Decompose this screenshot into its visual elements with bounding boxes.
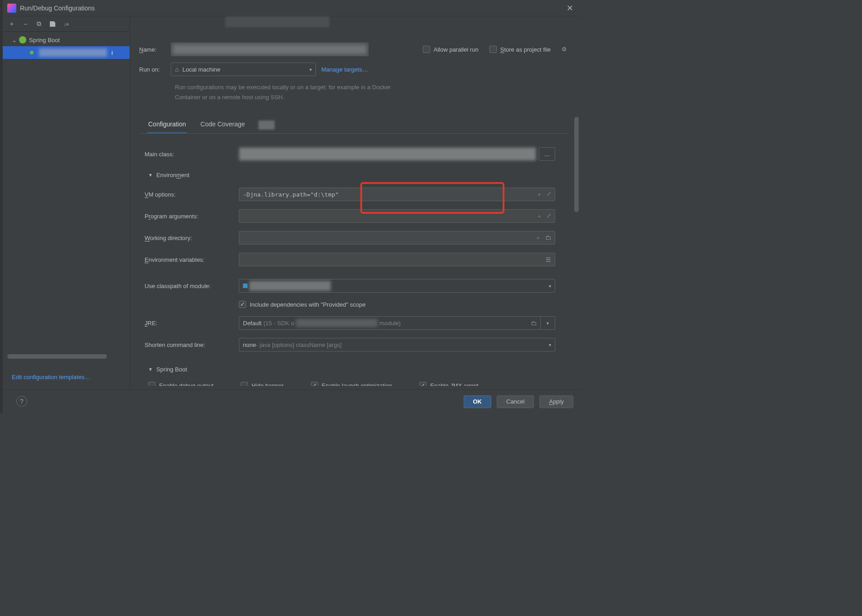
add-icon[interactable]: ＋ [8, 20, 15, 28]
checkbox-icon [241, 382, 248, 386]
program-args-input[interactable]: ＋ ⤢ [239, 209, 555, 223]
env-vars-input[interactable]: ☰ [239, 253, 555, 266]
environment-expander[interactable]: ▼ Environment [148, 172, 555, 178]
tab-configuration[interactable]: Configuration [147, 117, 187, 134]
cancel-button[interactable]: Cancel [497, 395, 534, 408]
env-vars-label: Environment variables: [145, 256, 239, 263]
copy-icon[interactable]: ⧉ [35, 20, 43, 28]
edit-templates-link[interactable]: Edit configuration templates… [12, 374, 90, 380]
shorten-dropdown[interactable]: none - java [options] className [args] ▾ [239, 338, 555, 351]
hide-banner-checkbox[interactable]: Hide banner [241, 382, 284, 386]
classpath-dropdown[interactable]: ▾ [239, 279, 555, 293]
expand-icon[interactable]: ⤢ [547, 191, 551, 198]
tree-node-selected[interactable]: i [3, 46, 130, 59]
name-input[interactable] [171, 43, 368, 56]
dialog-footer: OK Cancel Apply [3, 390, 581, 413]
classpath-label: Use classpath of module: [145, 283, 239, 289]
expand-icon[interactable]: ⤢ [547, 212, 551, 220]
checkbox-checked-icon [311, 382, 318, 386]
enable-launch-opt-checkbox[interactable]: Enable launch optimization [311, 382, 392, 386]
springboot-expander[interactable]: ▼ Spring Boot [148, 366, 555, 373]
browse-main-class-button[interactable]: … [539, 147, 555, 161]
manage-targets-link[interactable]: Manage targets… [321, 66, 368, 73]
list-icon[interactable]: ☰ [546, 256, 551, 263]
gear-icon[interactable]: ⚙ [562, 46, 569, 53]
apply-button[interactable]: Apply [539, 395, 573, 408]
redacted-jre [296, 319, 378, 327]
chevron-down-icon: ▾ [549, 342, 551, 347]
titlebar: Run/Debug Configurations ✕ [3, 0, 581, 16]
working-dir-input[interactable]: ＋ 🗀 [239, 231, 555, 245]
name-label: Name: [139, 46, 165, 53]
redacted-module [249, 281, 331, 291]
include-provided-label: Include dependencies with "Provided" sco… [250, 301, 366, 308]
tree-label: Spring Boot [29, 37, 60, 43]
working-dir-label: Working directory: [145, 235, 239, 241]
scrollbar-horizontal[interactable] [7, 354, 107, 359]
home-icon: ⌂ [175, 66, 179, 73]
include-provided-checkbox[interactable]: Include dependencies with "Provided" sco… [239, 301, 366, 308]
run-on-description: Run configurations may be executed local… [139, 82, 393, 102]
allow-parallel-label: Allow parallel run [434, 46, 479, 53]
tab-bar: Configuration Code Coverage [139, 117, 569, 134]
chevron-down-icon: ▾ [310, 67, 312, 72]
save-icon[interactable] [49, 20, 56, 28]
jre-input[interactable]: Default (15 - SDK o module) 🗀 [239, 316, 541, 330]
allow-parallel-checkbox[interactable]: Allow parallel run [423, 46, 479, 53]
store-project-label: Store as project file [500, 46, 551, 53]
checkbox-icon [489, 46, 497, 53]
app-icon [7, 4, 16, 13]
status-dot-icon [30, 51, 34, 54]
plus-icon[interactable]: ＋ [537, 191, 542, 198]
checkbox-checked-icon [419, 382, 426, 386]
redacted-tab [258, 120, 275, 130]
store-project-checkbox[interactable]: Store as project file [489, 46, 551, 53]
program-args-label: Program arguments: [145, 213, 239, 220]
shorten-label: Shorten command line: [145, 342, 239, 348]
chevron-down-icon: ▼ [148, 173, 153, 178]
run-on-dropdown[interactable]: ⌂ Local machine ▾ [171, 63, 316, 76]
chevron-down-icon: ▾ [549, 284, 551, 289]
redacted-header [225, 16, 329, 27]
enable-jmx-checkbox[interactable]: Enable JMX agent [419, 382, 478, 386]
checkbox-icon [148, 382, 155, 386]
main-class-input[interactable] [239, 147, 536, 161]
sort-icon[interactable]: ↓a [63, 20, 70, 28]
vm-options-value: -Djna.library.path="d:\tmp" [243, 191, 339, 198]
spring-icon [19, 36, 26, 43]
ok-button[interactable]: OK [464, 395, 492, 408]
chevron-down-icon: ⌄ [12, 37, 16, 43]
run-on-value: Local machine [182, 66, 220, 73]
enable-debug-checkbox[interactable]: Enable debug output [148, 382, 213, 386]
checkbox-icon [423, 46, 430, 53]
jre-label: JRE: [145, 320, 239, 327]
checkbox-checked-icon [239, 301, 246, 308]
close-icon[interactable]: ✕ [563, 1, 577, 15]
vm-options-label: VM options: [145, 191, 239, 198]
plus-icon[interactable]: ＋ [537, 212, 542, 220]
tree-node-springboot[interactable]: ⌄ Spring Boot [3, 34, 130, 46]
vm-options-input[interactable]: -Djna.library.path="d:\tmp" ＋ ⤢ [239, 188, 555, 201]
run-debug-dialog: Run/Debug Configurations ✕ ＋ − ⧉ ↓a ⌄ Sp… [3, 0, 581, 413]
plus-icon[interactable]: ＋ [535, 234, 541, 242]
config-pane: Name: Allow parallel run Store as projec… [130, 16, 581, 390]
help-button[interactable]: ? [16, 396, 27, 407]
dialog-title: Run/Debug Configurations [20, 5, 563, 12]
module-icon [243, 284, 247, 288]
jre-dropdown-button[interactable]: ▾ [541, 316, 555, 330]
redacted-label [39, 48, 107, 57]
folder-icon[interactable]: 🗀 [531, 320, 537, 327]
sidebar-toolbar: ＋ − ⧉ ↓a [3, 16, 130, 32]
chevron-down-icon: ▼ [148, 367, 153, 372]
config-tree: ⌄ Spring Boot i [3, 32, 130, 390]
tab-code-coverage[interactable]: Code Coverage [199, 117, 246, 133]
main-class-label: Main class: [145, 151, 239, 158]
scrollbar-vertical[interactable] [574, 117, 579, 212]
remove-icon[interactable]: − [22, 20, 29, 28]
sidebar: ＋ − ⧉ ↓a ⌄ Spring Boot i [3, 16, 130, 390]
run-on-label: Run on: [139, 66, 165, 73]
folder-icon[interactable]: 🗀 [545, 234, 551, 242]
